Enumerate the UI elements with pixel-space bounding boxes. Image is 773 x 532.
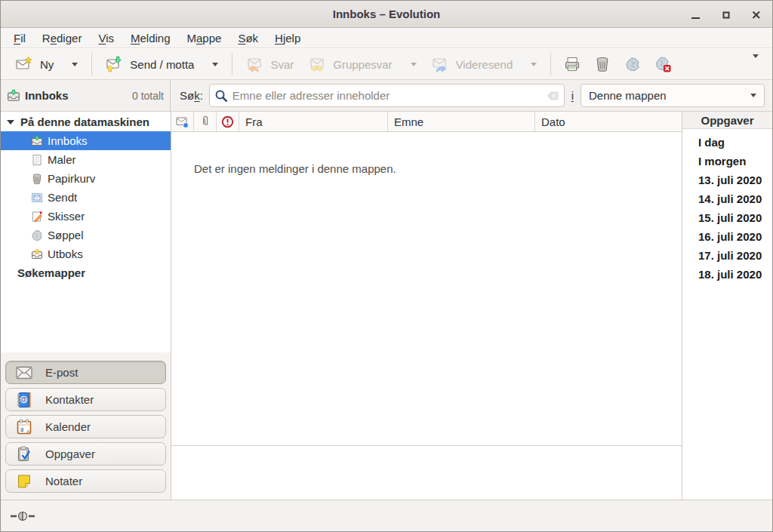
junk-folder-icon [31,229,43,241]
minimize-button[interactable] [686,5,706,24]
svg-text:@: @ [20,395,26,403]
todo-item[interactable]: 16. juli 2020 [682,227,772,246]
column-emne[interactable]: Emne [388,112,535,131]
toolbar-separator [550,53,551,75]
folder-soppel[interactable]: Søppel [1,226,171,244]
todo-item[interactable]: I dag [682,133,772,152]
search-scope-value: Denne mappen [589,89,667,102]
priority-icon [221,115,234,128]
tree-group-sokemapper[interactable]: Søkemapper [1,263,171,282]
chevron-down-icon [750,94,756,97]
switcher-notes-button[interactable]: Notater [5,469,166,493]
junk-button[interactable] [620,52,645,76]
column-read-status[interactable] [171,112,194,131]
todo-item[interactable]: 15. juli 2020 [682,208,772,227]
view-switcher: E-post @ Kontakter [1,352,171,501]
attachment-icon [199,115,211,128]
menu-mappe[interactable]: Mappe [179,29,230,47]
folder-utboks[interactable]: Utboks [1,244,171,263]
not-junk-button[interactable] [650,52,676,76]
toolbar-separator [232,53,233,75]
folder-tree: På denne datamaskinen Innboks [1,112,171,282]
chevron-down-icon[interactable] [531,63,537,66]
group-reply-label: Gruppesvar [333,58,392,71]
sent-icon [31,192,43,204]
search-scope-dropdown[interactable]: Denne mappen [581,84,765,107]
notes-icon [16,473,32,490]
column-dato[interactable]: Dato [535,112,683,131]
expander-icon[interactable] [7,120,14,125]
read-status-icon [176,115,189,128]
window-title: Innboks – Evolution [333,8,441,20]
todo-item[interactable]: I morgen [682,152,772,171]
switcher-mail-button[interactable]: E-post [5,361,166,384]
plug-icon[interactable] [11,510,35,522]
toolbar-separator [91,53,92,75]
todo-item[interactable]: 17. juli 2020 [682,246,772,265]
calendar-icon: 3 [16,419,32,435]
toolbar-overflow-button[interactable] [747,54,765,75]
maximize-button[interactable] [716,5,736,24]
not-junk-icon [654,56,671,72]
todo-bar: Oppgaver I dag I morgen 13. juli 2020 14… [682,112,772,501]
new-message-button[interactable]: Ny [8,52,85,76]
status-bar [1,500,772,531]
menu-sok[interactable]: Søk [229,29,266,47]
chevron-down-icon[interactable] [212,63,218,66]
todo-list: I dag I morgen 13. juli 2020 14. juli 20… [682,129,772,284]
clear-icon[interactable] [546,89,559,103]
search-icon [214,89,228,103]
column-priority[interactable] [217,112,239,131]
delete-button[interactable] [590,52,615,76]
search-row: Innboks 0 totalt Søk: i Denne mappen [1,80,772,112]
print-button[interactable] [559,52,585,76]
forward-icon [432,56,448,72]
svg-text:3: 3 [20,426,24,432]
trash-folder-icon [31,173,43,185]
send-receive-icon [106,56,122,72]
folder-innboks[interactable]: Innboks [1,131,171,150]
new-message-label: Ny [40,58,54,71]
window-controls [686,1,766,28]
search-input[interactable] [233,89,541,102]
switcher-contacts-button[interactable]: @ Kontakter [5,388,166,411]
folder-skisser[interactable]: Skisser [1,207,171,226]
reply-icon [246,56,263,72]
current-folder-name: Innboks [25,89,69,102]
close-button[interactable] [747,5,766,24]
chevron-down-icon[interactable] [411,63,417,66]
column-fra[interactable]: Fra [239,112,388,131]
titlebar[interactable]: Innboks – Evolution [1,1,772,28]
menu-hjelp[interactable]: Hjelp [266,29,309,47]
menubar: Fil Rediger Vis Melding Mappe Søk Hjelp [1,28,772,48]
folder-message-count: 0 totalt [132,90,164,102]
todo-bar-header[interactable]: Oppgaver [682,112,772,129]
forward-button[interactable]: Videresend [424,52,545,76]
contacts-icon: @ [16,392,32,408]
todo-item[interactable]: 14. juli 2020 [682,189,772,208]
mail-icon [16,366,32,380]
new-mail-icon [16,56,32,72]
folder-sendt[interactable]: Sendt [1,188,171,207]
folder-maler[interactable]: Maler [1,150,171,169]
reply-button[interactable]: Svar [239,52,301,76]
menu-fil[interactable]: Fil [5,29,34,47]
tree-root-on-this-computer[interactable]: På denne datamaskinen [1,112,171,131]
column-attachment[interactable] [194,112,217,131]
folder-papirkurv[interactable]: Papirkurv [1,169,171,188]
switcher-calendar-button[interactable]: 3 Kalender [5,415,166,438]
todo-item[interactable]: 13. juli 2020 [682,171,772,189]
switcher-tasks-button[interactable]: Oppgaver [5,442,166,466]
trash-icon [594,56,611,72]
chevron-down-icon[interactable] [72,63,78,66]
group-reply-button[interactable]: Gruppesvar [301,52,423,76]
todo-item[interactable]: 18. juli 2020 [682,265,772,284]
outbox-icon [31,248,43,260]
menu-melding[interactable]: Melding [122,29,179,47]
menu-rediger[interactable]: Rediger [34,29,91,47]
search-field[interactable] [209,84,565,107]
folder-sidebar: På denne datamaskinen Innboks [1,112,171,501]
send-receive-button[interactable]: Send / motta [98,52,226,76]
chevron-down-icon [753,54,759,71]
menu-vis[interactable]: Vis [90,29,122,47]
